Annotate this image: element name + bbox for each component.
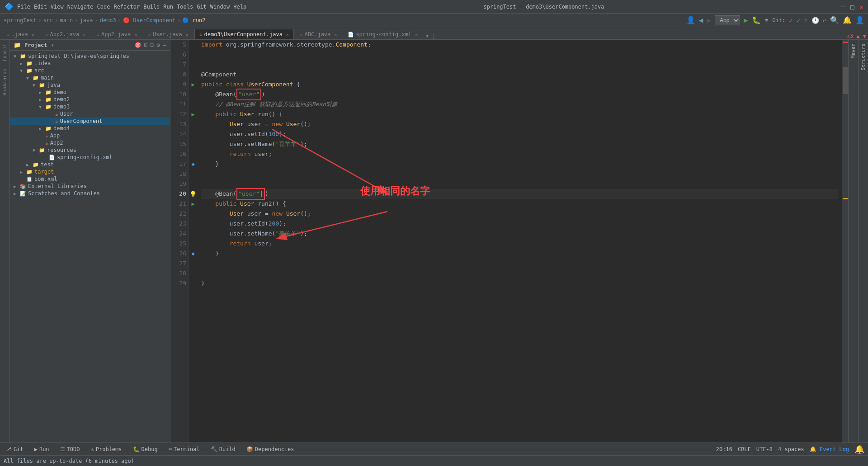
- tree-item-src[interactable]: ▼ 📁 src: [10, 67, 170, 74]
- breadcrumb-src[interactable]: src: [43, 17, 53, 24]
- tab-close-app2[interactable]: ✕: [83, 32, 85, 37]
- sidebar-expand-icon[interactable]: ⊞: [144, 42, 148, 48]
- git-revert-icon[interactable]: ↩: [823, 17, 826, 24]
- breadcrumb-project[interactable]: springTest: [4, 17, 36, 24]
- more-tabs-icon[interactable]: ▾: [425, 33, 429, 39]
- breadcrumb-usercomponent[interactable]: 🔴 UserComponent: [123, 17, 175, 24]
- tree-item-resources[interactable]: ▼ 📁 resources: [10, 146, 170, 154]
- menu-navigate[interactable]: Navigate: [67, 4, 94, 10]
- menu-build[interactable]: Build: [143, 4, 160, 10]
- tab-app2java[interactable]: ☕ App2.java ✕: [40, 29, 91, 39]
- terminal-status-button[interactable]: ⌨ Terminal: [167, 445, 202, 453]
- tab-close-app2-2[interactable]: ✕: [134, 32, 137, 37]
- tab-app2java-2[interactable]: ☕ App2.java ✕: [91, 29, 142, 39]
- tree-item-demo3[interactable]: ▼ 📁 demo3: [10, 103, 170, 110]
- tree-item-test[interactable]: ▶ 📁 test: [10, 161, 170, 168]
- maven-label[interactable]: Maven: [849, 40, 858, 62]
- editor-scrollbar[interactable]: [842, 40, 848, 442]
- debug-status-button[interactable]: 🐛 Debug: [131, 445, 160, 453]
- coverage-button[interactable]: ☂: [764, 16, 769, 24]
- tree-item-target[interactable]: ▶ 📁 target: [10, 168, 170, 175]
- sidebar-locate-icon[interactable]: 🎯: [134, 42, 142, 48]
- run-config-selector[interactable]: App: [715, 15, 740, 25]
- run-gutter-12[interactable]: ▶: [189, 109, 198, 119]
- menu-view[interactable]: View: [51, 4, 64, 10]
- encoding[interactable]: UTF-8: [756, 446, 773, 452]
- tab-usercomponent[interactable]: ☕ demo3\UserComponent.java ✕: [194, 29, 294, 39]
- tree-item-usercomponent[interactable]: ☕ UserComponent: [10, 118, 170, 125]
- menu-edit[interactable]: Edit: [34, 4, 47, 10]
- tree-item-demo2[interactable]: ▶ 📁 demo2: [10, 96, 170, 103]
- tab-java[interactable]: ☕ .java ✕: [2, 29, 39, 39]
- tree-item-app[interactable]: ☕ App: [10, 132, 170, 139]
- menu-refactor[interactable]: Refactor: [113, 4, 140, 10]
- editor-options-icon[interactable]: ⋮: [431, 33, 437, 39]
- problems-status-button[interactable]: ⚠ Problems: [89, 445, 124, 453]
- bookmarks-panel-label[interactable]: Bookmarks: [0, 65, 9, 99]
- menu-git[interactable]: Git: [197, 4, 207, 10]
- sidebar-settings-icon[interactable]: ⚙: [156, 42, 160, 48]
- menu-file[interactable]: File: [17, 4, 30, 10]
- tree-item-springconfig[interactable]: 📄 spring-config.xml: [10, 154, 170, 161]
- breadcrumb-main[interactable]: main: [60, 17, 73, 24]
- git-commit-icon[interactable]: ✓: [789, 17, 793, 24]
- line-separator[interactable]: CRLF: [738, 446, 751, 452]
- tab-userjava[interactable]: ☕ User.java ✕: [143, 29, 193, 39]
- menu-run[interactable]: Run: [163, 4, 173, 10]
- search-icon[interactable]: 🔍: [830, 16, 839, 24]
- structure-label[interactable]: Structure: [859, 40, 868, 74]
- bookmark-gutter-17[interactable]: ◆: [189, 159, 198, 169]
- tree-item-demo4[interactable]: ▶ 📁 demo4: [10, 125, 170, 132]
- indent[interactable]: 4 spaces: [778, 446, 804, 452]
- tree-item-idea[interactable]: ▶ 📁 .idea: [10, 60, 170, 67]
- error-indicator[interactable]: ⚠3 ▲ ▼: [847, 33, 866, 39]
- tab-close-usercomponent[interactable]: ✕: [286, 32, 289, 37]
- user-icon[interactable]: 👤: [686, 16, 695, 24]
- breadcrumb-demo3[interactable]: demo3: [100, 17, 116, 24]
- scroll-thumb[interactable]: [843, 67, 848, 94]
- tree-item-java[interactable]: ▼ 📁 java: [10, 81, 170, 89]
- maximize-button[interactable]: □: [850, 3, 854, 10]
- back-button[interactable]: ◀: [699, 16, 703, 24]
- code-content[interactable]: import org.springframework.stereotype.Co…: [198, 40, 842, 442]
- menu-help[interactable]: Help: [233, 4, 246, 10]
- build-status-button[interactable]: 🔨 Build: [209, 445, 237, 453]
- notification-icon[interactable]: 🔔: [843, 16, 852, 24]
- sidebar-dropdown[interactable]: ▾: [51, 42, 54, 48]
- tree-item-springtest[interactable]: ▼ 📁 springTest D:\java-ee\springTes: [10, 52, 170, 60]
- git-status-button[interactable]: ⎇ Git: [4, 445, 25, 453]
- notification-icon-status[interactable]: 🔔: [854, 444, 864, 454]
- editor-scroll[interactable]: 5 6 7 8 9 10 11 12 13 14 15 16 17 18 19 …: [170, 40, 848, 442]
- debug-button[interactable]: 🐛: [752, 16, 761, 24]
- sidebar-close-icon[interactable]: –: [163, 42, 166, 48]
- tab-close-springconfig[interactable]: ✕: [415, 32, 418, 37]
- git-push-icon[interactable]: ✓: [797, 17, 800, 24]
- event-log-button[interactable]: 🔔 Event Log: [810, 446, 849, 452]
- user-avatar[interactable]: 👤: [855, 16, 864, 24]
- tree-item-main[interactable]: ▼ 📁 main: [10, 74, 170, 81]
- commit-panel-label[interactable]: Commit: [0, 40, 9, 65]
- tab-springconfig[interactable]: 📄 spring-config.xml ✕: [343, 29, 423, 39]
- sidebar-collapse-icon[interactable]: ⊟: [151, 42, 154, 48]
- tab-abcjava[interactable]: ☕ ABC.java ✕: [295, 29, 342, 39]
- warn-gutter-20[interactable]: 💡: [189, 189, 198, 199]
- close-button[interactable]: ✕: [860, 3, 863, 10]
- tree-item-pom[interactable]: 📋 pom.xml: [10, 175, 170, 183]
- run-status-button[interactable]: ▶ Run: [33, 445, 51, 453]
- tree-item-scratches[interactable]: ▶ 📝 Scratches and Consoles: [10, 190, 170, 197]
- cursor-position[interactable]: 20:16: [716, 446, 732, 452]
- breadcrumb-run2[interactable]: 🔵 run2: [182, 17, 205, 24]
- menu-tools[interactable]: Tools: [177, 4, 193, 10]
- menu-window[interactable]: Window: [210, 4, 230, 10]
- tab-close-abc[interactable]: ✕: [334, 32, 337, 37]
- run-gutter-9[interactable]: ▶: [189, 80, 198, 89]
- tab-close-java[interactable]: ✕: [32, 32, 34, 37]
- minimize-button[interactable]: ─: [841, 3, 845, 10]
- run-button[interactable]: ▶: [744, 16, 748, 24]
- deps-status-button[interactable]: 📦 Dependencies: [245, 445, 296, 453]
- tree-item-app2[interactable]: ☕ App2: [10, 139, 170, 146]
- git-history-icon[interactable]: 🕐: [811, 17, 819, 24]
- run-gutter-21[interactable]: ▶: [189, 199, 198, 209]
- forward-button[interactable]: ▶: [707, 16, 711, 24]
- git-pull-icon[interactable]: ↑: [804, 17, 807, 24]
